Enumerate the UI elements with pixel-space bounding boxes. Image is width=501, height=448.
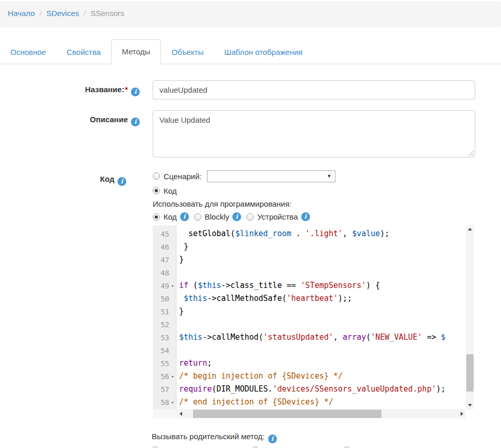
vertical-scrollbar-track[interactable]: [466, 233, 474, 401]
gutter-line: 56▾: [153, 370, 176, 383]
mode-blockly-label[interactable]: Blockly: [205, 212, 230, 221]
name-label-cell: Название:*: [0, 80, 140, 99]
code-field-cell: Сценарий: ▼ Код Использовать для програм…: [153, 170, 475, 418]
line-number: 49: [153, 282, 169, 290]
info-circle-icon[interactable]: [301, 212, 310, 221]
scenario-radio[interactable]: [153, 172, 160, 180]
code-editor-main: 4546474849▾50515253545556▾5758▾ setGloba…: [153, 225, 474, 409]
line-number: 45: [153, 230, 169, 238]
mode-devices-radio[interactable]: [246, 213, 254, 221]
code-line[interactable]: }: [179, 240, 466, 253]
parent-method-label: Вызывать родительский метод:: [152, 432, 501, 442]
description-textarea[interactable]: Value Updated: [153, 110, 475, 157]
info-circle-icon[interactable]: [131, 88, 140, 96]
code-line[interactable]: require(DIR_MODULES.'devices/SSensors_va…: [179, 383, 466, 396]
line-number: 47: [153, 256, 169, 264]
gutter-line: 53: [153, 331, 176, 344]
required-asterisk: *: [125, 85, 128, 94]
vertical-scrollbar[interactable]: [466, 225, 474, 409]
gutter-line: 52: [153, 318, 176, 331]
scroll-left-arrow-icon[interactable]: [177, 409, 185, 418]
code-line[interactable]: }: [179, 305, 466, 318]
scroll-down-arrow-icon[interactable]: [466, 401, 474, 409]
gutter-line: 49▾: [153, 279, 176, 292]
method-form: Название:* Описание Value Updated Код: [0, 80, 475, 418]
breadcrumb-separator: /: [39, 9, 41, 18]
code-line[interactable]: [179, 266, 466, 279]
code-editor-lines[interactable]: setGlobal($linked_room . '.light', $valu…: [176, 225, 466, 409]
mode-code-radio[interactable]: [153, 213, 160, 221]
gutter-line: 45: [153, 227, 176, 240]
mode-code-option: Код: [153, 212, 189, 221]
vertical-scrollbar-thumb[interactable]: [466, 354, 474, 392]
code-line[interactable]: [179, 318, 466, 331]
gutter-line: 48: [153, 266, 176, 279]
programming-usage-label: Использовать для программирования:: [153, 198, 475, 210]
code-line[interactable]: $this->callMethod('statusUpdated', array…: [179, 331, 466, 344]
info-circle-icon[interactable]: [232, 212, 241, 221]
code-line[interactable]: [179, 344, 466, 357]
scroll-up-arrow-icon[interactable]: [466, 225, 474, 233]
name-input[interactable]: [153, 80, 475, 99]
fold-arrow-icon[interactable]: ▾: [169, 283, 176, 288]
tab-properties[interactable]: Свойства: [56, 40, 111, 64]
breadcrumb-separator: /: [84, 9, 86, 18]
code-label-cell: Код: [0, 170, 140, 418]
name-label: Название:*: [85, 85, 128, 94]
mode-blockly-option: Blockly: [194, 212, 242, 221]
code-line[interactable]: if ($this->class_title == 'STempSensors'…: [179, 279, 466, 292]
mode-devices-option: Устройства: [246, 212, 310, 221]
line-number: 50: [153, 295, 169, 303]
info-circle-icon[interactable]: [180, 212, 189, 221]
tab-objects[interactable]: Объекты: [161, 40, 214, 64]
breadcrumb-item[interactable]: Начало: [8, 9, 35, 18]
tab-main[interactable]: Основное: [0, 40, 56, 64]
info-circle-icon[interactable]: [117, 177, 126, 186]
gutter-line: 57: [153, 383, 176, 396]
line-number: 52: [153, 321, 169, 329]
horizontal-scrollbar[interactable]: [177, 409, 466, 418]
code-radio[interactable]: [153, 187, 160, 194]
gutter-line: 58▾: [153, 396, 176, 409]
fold-arrow-icon[interactable]: ▾: [169, 374, 176, 379]
line-number: 51: [153, 308, 169, 316]
info-circle-icon[interactable]: [268, 435, 277, 443]
code-line[interactable]: }: [179, 253, 466, 266]
code-line[interactable]: /* begin injection of {SDevices} */: [179, 370, 466, 383]
code-editor[interactable]: 4546474849▾50515253545556▾5758▾ setGloba…: [153, 225, 474, 418]
description-field-cell: Value Updated: [153, 110, 475, 157]
code-label: Код: [100, 175, 114, 183]
tab-methods[interactable]: Методы: [111, 39, 161, 64]
code-line[interactable]: $this->callMethodSafe('heartbeat');;: [179, 292, 466, 305]
gutter-line: 51: [153, 305, 176, 318]
code-radio-label[interactable]: Код: [164, 186, 177, 195]
scenario-select[interactable]: ▼: [207, 170, 335, 182]
line-number: 53: [153, 334, 169, 342]
line-number: 46: [153, 243, 169, 251]
code-line[interactable]: /* end injection of {SDevices} */: [179, 396, 466, 409]
gutter-line: 50: [153, 292, 176, 305]
form-row-description: Описание Value Updated: [0, 110, 475, 157]
code-line[interactable]: setGlobal($linked_room . '.light', $valu…: [179, 227, 466, 240]
horizontal-scrollbar-track[interactable]: [185, 409, 458, 418]
mode-code-label[interactable]: Код: [164, 212, 177, 221]
form-row-code: Код Сценарий: ▼ Код Использовать для про…: [0, 170, 475, 418]
tab-view-template[interactable]: Шаблон отображения: [214, 40, 313, 64]
fold-arrow-icon[interactable]: ▾: [169, 400, 176, 405]
info-circle-icon[interactable]: [131, 118, 140, 126]
scrollbar-corner: [466, 409, 474, 418]
horizontal-scrollbar-thumb[interactable]: [193, 410, 381, 418]
scroll-right-arrow-icon[interactable]: [458, 409, 466, 418]
line-number: 54: [153, 346, 169, 355]
code-option-row: Код: [153, 185, 475, 196]
form-row-name: Название:*: [0, 80, 475, 99]
breadcrumb-item[interactable]: SDevices: [46, 9, 79, 18]
scenario-radio-label[interactable]: Сценарий:: [164, 172, 202, 181]
mode-devices-label[interactable]: Устройства: [257, 212, 298, 221]
line-number: 48: [153, 269, 169, 277]
mode-blockly-radio[interactable]: [194, 213, 201, 221]
page: Начало/SDevices/SSensors ОсновноеСвойств…: [0, 1, 501, 448]
gutter-line: 46: [153, 240, 176, 253]
breadcrumb: Начало/SDevices/SSensors: [0, 1, 501, 27]
code-line[interactable]: return;: [179, 357, 466, 370]
